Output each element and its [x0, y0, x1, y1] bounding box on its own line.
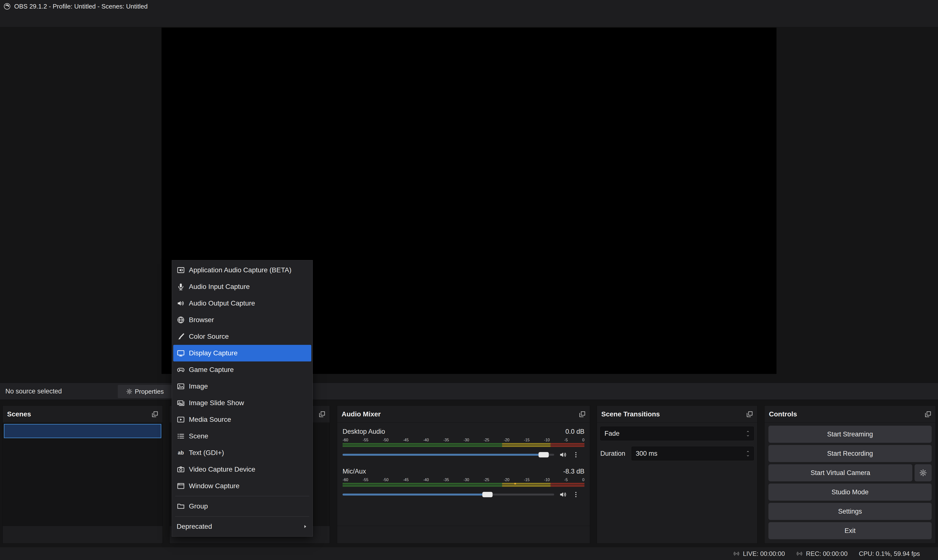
meter-tick-label: -25	[484, 478, 489, 482]
add-transition-button[interactable]	[705, 468, 715, 477]
start-virtual-camera-button[interactable]: Start Virtual Camera	[769, 464, 912, 482]
menu-item-label: Browser	[189, 316, 214, 324]
chevron-down-icon[interactable]	[745, 434, 750, 437]
menu-item-window-capture[interactable]: Window Capture	[173, 478, 311, 494]
menu-item-video-capture-device[interactable]: Video Capture Device	[173, 461, 311, 478]
add-scene-button[interactable]	[8, 531, 17, 539]
menu-file[interactable]	[2, 13, 14, 27]
remove-transition-button[interactable]	[724, 468, 734, 477]
properties-button[interactable]: Properties	[118, 385, 172, 398]
popout-icon[interactable]	[318, 411, 326, 418]
duration-row: Duration 300 ms	[600, 447, 754, 460]
settings-button[interactable]: Settings	[769, 503, 932, 520]
menu-item-application-audio-capture[interactable]: Application Audio Capture (BETA)	[173, 262, 311, 278]
popout-icon[interactable]	[746, 411, 753, 418]
chevron-up-icon[interactable]	[745, 450, 750, 453]
duration-value: 300 ms	[636, 450, 658, 457]
channel-options-button[interactable]	[572, 451, 579, 458]
volume-slider[interactable]	[343, 489, 554, 500]
meter-tick-label: -5	[564, 438, 568, 442]
chevron-down-icon[interactable]	[745, 454, 750, 457]
meter-tick-label: -20	[504, 438, 510, 442]
menu-item-audio-output-capture[interactable]: Audio Output Capture	[173, 295, 311, 312]
mixer-options-button[interactable]	[362, 531, 371, 539]
close-button[interactable]	[913, 0, 938, 13]
audio-mixer-dock: Audio Mixer Desktop Audio 0.0 dB -60-55-…	[337, 405, 590, 544]
popout-icon[interactable]	[924, 411, 932, 418]
meter-tick-label: -60	[343, 438, 348, 442]
slider-handle[interactable]	[482, 492, 493, 497]
popout-icon[interactable]	[579, 411, 586, 418]
cpu-status: CPU: 0.1%, 59.94 fps	[859, 550, 920, 558]
start-recording-button[interactable]: Start Recording	[769, 445, 932, 462]
menu-item-display-capture[interactable]: Display Capture	[173, 345, 311, 362]
menu-item-image-slide-show[interactable]: Image Slide Show	[173, 395, 311, 411]
menu-profile[interactable]	[49, 13, 61, 27]
menu-help[interactable]	[84, 13, 96, 27]
menu-item-scene[interactable]: Scene	[173, 428, 311, 445]
virtual-camera-config-button[interactable]	[915, 464, 932, 482]
channel-options-button[interactable]	[572, 491, 579, 498]
meter-bar	[343, 445, 584, 447]
duration-input[interactable]: 300 ms	[631, 447, 754, 460]
duration-spinner[interactable]	[744, 447, 752, 460]
window-title: OBS 29.1.2 - Profile: Untitled - Scenes:…	[14, 3, 148, 10]
menu-item-color-source[interactable]: Color Source	[173, 328, 311, 345]
menu-view[interactable]	[25, 13, 37, 27]
meter-tick-label: -45	[403, 438, 408, 442]
audio-mixer-title: Audio Mixer	[342, 410, 380, 418]
controls-header: Controls	[764, 406, 936, 423]
minimize-button[interactable]	[862, 0, 887, 13]
status-item: LIVE: 00:00:00	[733, 550, 785, 558]
remove-scene-button[interactable]	[29, 531, 39, 539]
mute-button[interactable]	[559, 491, 567, 499]
channel-name: Mic/Aux	[343, 468, 366, 475]
mixer-channel: Desktop Audio 0.0 dB -60-55-50-45-40-35-…	[343, 427, 584, 460]
transition-select[interactable]: Fade	[600, 427, 754, 440]
select-spinner[interactable]	[744, 427, 752, 440]
signal-icon	[796, 550, 803, 557]
audio-mixer-header: Audio Mixer	[337, 406, 590, 423]
channel-header: Mic/Aux -8.3 dB	[343, 466, 584, 476]
menu-item-label: Color Source	[189, 332, 229, 340]
scenes-list	[3, 423, 162, 526]
menu-item-image[interactable]: Image	[173, 378, 311, 395]
menu-docks[interactable]	[37, 13, 49, 27]
statusbar: LIVE: 00:00:00 REC: 00:00:00 CPU: 0.1%, …	[0, 547, 938, 560]
control-row: Settings	[769, 503, 932, 520]
menu-item-audio-input-capture[interactable]: Audio Input Capture	[173, 278, 311, 295]
maximize-button[interactable]	[887, 0, 913, 13]
menu-item-deprecated[interactable]: Deprecated	[173, 518, 311, 535]
menu-item-media-source[interactable]: Media Source	[173, 411, 311, 428]
studio-mode-button[interactable]: Studio Mode	[769, 483, 932, 501]
chevron-up-icon[interactable]	[745, 430, 750, 433]
scene-item-scene[interactable]	[4, 424, 161, 438]
app-audio-capture-icon	[177, 266, 185, 274]
start-streaming-button[interactable]: Start Streaming	[769, 426, 932, 443]
menu-scene-collection[interactable]	[61, 13, 72, 27]
transition-options-button[interactable]	[742, 468, 752, 477]
meter-tick-label: -5	[564, 478, 568, 482]
menu-item-text-gdi[interactable]: ab Text (GDI+)	[173, 445, 311, 461]
menu-item-label: Audio Input Capture	[189, 283, 250, 291]
mute-button[interactable]	[559, 451, 567, 459]
move-scene-up-button[interactable]	[72, 531, 82, 539]
menu-item-browser[interactable]: Browser	[173, 312, 311, 328]
mixer-channel: Mic/Aux -8.3 dB -60-55-50-45-40-35-30-25…	[343, 466, 584, 500]
volume-slider[interactable]	[343, 449, 554, 460]
menu-edit[interactable]	[14, 13, 25, 27]
advanced-audio-button[interactable]	[343, 531, 351, 539]
menu-item-group[interactable]: Group	[173, 498, 311, 515]
exit-button[interactable]: Exit	[769, 522, 932, 539]
move-scene-down-button[interactable]	[94, 531, 103, 539]
menu-item-game-capture[interactable]: Game Capture	[173, 362, 311, 378]
menu-tools[interactable]	[72, 13, 84, 27]
popout-icon[interactable]	[151, 411, 159, 418]
meter-bar	[343, 443, 584, 445]
meter-tick-label: 0	[582, 478, 584, 482]
slider-handle[interactable]	[539, 452, 549, 457]
source-status-text: No source selected	[5, 388, 62, 395]
meter-tick-label: -40	[423, 478, 429, 482]
scene-filters-button[interactable]	[51, 531, 60, 539]
menu-separator	[175, 496, 309, 496]
